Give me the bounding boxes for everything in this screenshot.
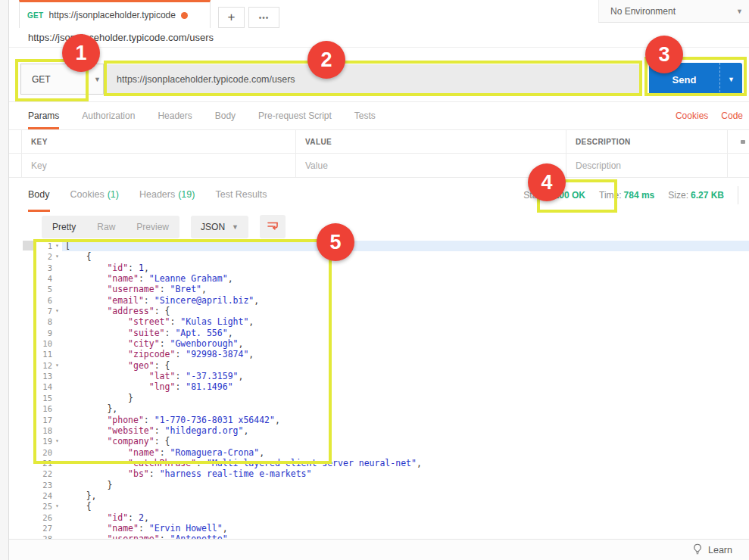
new-tab-button[interactable]: +: [218, 7, 245, 28]
request-tab-authorization[interactable]: Authorization: [82, 102, 135, 129]
fold-caret-icon[interactable]: ▾: [52, 360, 62, 371]
send-button[interactable]: Send ▼: [649, 63, 742, 96]
line-code: "zipcode": "92998-3874",: [62, 349, 749, 359]
method-chevron-down-icon[interactable]: ▼: [94, 76, 101, 83]
params-menu-cell[interactable]: [727, 130, 749, 153]
line-code: "id": 2,: [62, 512, 749, 523]
line-code: "suite": "Apt. 556",: [62, 328, 749, 338]
environment-label: No Environment: [610, 6, 676, 17]
line-code: "city": "Gwenborough",: [62, 338, 749, 349]
code-line: 18"website": "hildegard.org",: [23, 425, 749, 436]
line-number: 12: [42, 360, 52, 371]
line-code: "website": "hildegard.org",: [62, 425, 749, 436]
line-code: "id": 1,: [62, 263, 749, 273]
request-tab-tests[interactable]: Tests: [354, 102, 376, 129]
method-select[interactable]: GET: [20, 64, 104, 95]
line-gutter: 26: [23, 512, 62, 523]
line-number: 6: [48, 295, 52, 306]
tab-title: https://jsonplaceholder.typicode: [48, 10, 175, 20]
meta-label: Size:: [668, 190, 688, 201]
request-tab-body[interactable]: Body: [215, 102, 236, 129]
line-gutter: 6: [23, 295, 62, 306]
response-tab-body[interactable]: Body: [28, 178, 50, 212]
code-line: 23}: [23, 480, 749, 490]
view-mode-pretty[interactable]: Pretty: [42, 216, 86, 238]
learn-label: Learn: [708, 545, 732, 555]
response-meta: Status:200 OKTime:784 msSize:6.27 KB: [523, 178, 749, 212]
request-tab-params[interactable]: Params: [28, 102, 59, 129]
fold-caret-icon[interactable]: ▾: [52, 436, 62, 446]
params-row-checkbox[interactable]: [9, 154, 21, 177]
params-header-value: VALUE: [295, 130, 566, 153]
meta-size: Size:6.27 KB: [668, 190, 724, 201]
view-mode-group: PrettyRawPreview: [42, 216, 179, 238]
code-line: 6"email": "Sincere@april.biz",: [23, 295, 749, 306]
response-tab-test-results[interactable]: Test Results: [215, 178, 267, 212]
line-gutter: 27: [23, 523, 62, 534]
environment-selector[interactable]: No Environment ▼: [598, 0, 749, 23]
params-description-field[interactable]: Description: [566, 154, 727, 177]
code-line: 24},: [23, 490, 749, 501]
params-header-label: KEY: [31, 138, 48, 146]
line-number: 26: [42, 512, 52, 523]
code-line: 19▾"company": {: [23, 436, 749, 446]
line-gutter: 12▾: [23, 360, 62, 371]
learn-button[interactable]: Learn: [692, 543, 732, 557]
line-gutter: 11: [23, 349, 62, 359]
code-line: 4"name": "Leanne Graham",: [23, 273, 749, 284]
line-number: 4: [48, 273, 52, 284]
response-tab-count: (1): [108, 189, 119, 200]
line-code: },: [62, 490, 749, 501]
line-number: 11: [42, 349, 52, 359]
code-link[interactable]: Code: [721, 110, 743, 121]
meta-value: 784 ms: [624, 190, 655, 201]
request-links: CookiesCode: [676, 102, 749, 129]
wrap-lines-button[interactable]: [260, 215, 286, 238]
fold-caret-icon[interactable]: ▾: [52, 306, 62, 316]
send-label: Send: [649, 63, 719, 96]
format-select[interactable]: JSON ▼: [191, 216, 248, 238]
line-gutter: 25▾: [23, 501, 62, 512]
url-input[interactable]: https://jsonplaceholder.typicode.com/use…: [107, 64, 642, 94]
line-gutter: 9: [23, 328, 62, 338]
params-value-field[interactable]: Value: [295, 154, 566, 177]
tab-options-button[interactable]: •••: [248, 7, 279, 28]
request-tab-pre-request-script[interactable]: Pre-request Script: [258, 102, 332, 129]
line-number: 16: [42, 403, 52, 414]
line-code: "company": {: [62, 436, 749, 446]
line-code: [: [62, 241, 749, 251]
send-options-button[interactable]: ▼: [719, 63, 742, 96]
params-menu-icon: [741, 140, 745, 144]
request-tab-headers[interactable]: Headers: [158, 102, 192, 129]
response-tab-headers[interactable]: Headers(19): [139, 178, 195, 212]
line-gutter: 18: [23, 425, 62, 436]
params-header-key: KEY: [21, 130, 295, 153]
chevron-down-icon: ▼: [728, 76, 735, 83]
line-number: 14: [42, 381, 52, 392]
open-request-tab[interactable]: GET https://jsonplaceholder.typicode: [19, 0, 211, 28]
meta-label: Time:: [599, 190, 622, 201]
response-tab-cookies[interactable]: Cookies(1): [70, 178, 119, 212]
line-number: 9: [48, 328, 52, 338]
fold-caret-icon[interactable]: ▾: [52, 501, 62, 512]
view-mode-raw[interactable]: Raw: [86, 216, 126, 238]
line-code: "bs": "harness real-time e-markets": [62, 468, 749, 479]
fold-caret-icon[interactable]: ▾: [52, 251, 62, 262]
response-body-editor[interactable]: 1▾[2▾{3"id": 1,4"name": "Leanne Graham",…: [23, 241, 749, 539]
code-line: 25▾{: [23, 501, 749, 512]
view-mode-preview[interactable]: Preview: [126, 216, 179, 238]
line-number: 8: [48, 316, 52, 327]
params-select-stub: [9, 130, 21, 153]
params-key-field[interactable]: Key: [21, 154, 295, 177]
params-header-label: VALUE: [305, 138, 332, 146]
line-number: 20: [42, 447, 52, 458]
line-gutter: 17: [23, 415, 62, 425]
params-header-description: DESCRIPTION: [566, 130, 727, 153]
cookies-link[interactable]: Cookies: [676, 110, 708, 121]
code-line: 5"username": "Bret",: [23, 284, 749, 294]
fold-caret-icon[interactable]: ▾: [52, 241, 62, 251]
line-code: }: [62, 480, 749, 490]
line-code: "username": "Antonette",: [62, 534, 749, 539]
line-number: 15: [42, 393, 52, 403]
line-number: 22: [42, 468, 52, 479]
